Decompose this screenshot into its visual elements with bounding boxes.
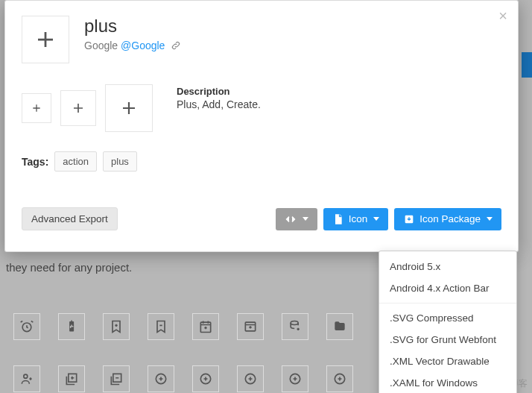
calendar-plus-icon[interactable] [192,313,219,340]
dd-android-4-actionbar[interactable]: Android 4.x Action Bar [379,277,516,299]
download-package-button[interactable]: Icon Package [394,208,501,230]
description-label: Description [177,86,261,97]
description-text: Plus, Add, Create. [177,98,261,110]
close-icon: × [498,7,507,24]
bookmark-minus-icon[interactable] [148,313,174,340]
queue-plus-icon[interactable] [103,365,130,392]
advanced-export-label: Advanced Export [31,213,108,224]
download-icon-label: Icon [349,213,368,224]
library-plus-icon[interactable] [58,365,85,392]
author-name: Google [84,40,118,51]
preview-medium [60,90,96,126]
icon-detail-modal: × plus Google @Google Description Plus, … [4,0,519,252]
icon-title: plus [84,16,181,37]
svg-point-4 [24,374,28,378]
tags-label: Tags: [22,156,48,168]
advanced-export-button[interactable]: Advanced Export [22,207,118,230]
bg-icon-grid-row2 [13,365,353,392]
file-icon [332,213,344,225]
download-icon-button[interactable]: Icon [323,208,389,230]
chevron-down-icon [303,217,308,221]
size-previews [22,84,153,132]
bg-icon-grid-row1 [13,313,353,340]
add-circle-d-icon[interactable] [282,365,308,392]
download-package-label: Icon Package [419,213,481,224]
plus-icon [34,28,57,51]
dd-xaml-windows[interactable]: .XAML for Windows [379,372,516,393]
dd-svg-compressed[interactable]: .SVG Compressed [379,307,516,329]
add-circle-e-icon[interactable] [326,365,353,392]
dd-svg-grunt[interactable]: .SVG for Grunt Webfont [379,329,516,350]
link-icon [171,40,181,53]
preview-small [22,93,51,123]
dd-android-5[interactable]: Android 5.x [379,256,516,277]
tag-action[interactable]: action [54,151,97,172]
add-circle-b-icon[interactable] [192,365,219,392]
user-plus-icon[interactable] [13,365,40,392]
code-icon [285,213,297,225]
svg-point-3 [291,321,298,325]
add-circle-c-icon[interactable] [237,365,264,392]
battery-plus-icon[interactable] [58,313,85,340]
package-icon [403,213,415,225]
chevron-down-icon [373,217,379,221]
preview-large [105,84,153,132]
dropdown-divider [379,303,516,304]
icon-package-dropdown: Android 5.x Android 4.x Action Bar .SVG … [379,251,517,393]
tag-plus[interactable]: plus [103,151,137,172]
dd-xml-vector[interactable]: .XML Vector Drawable [379,350,516,372]
add-circle-a-icon[interactable] [148,365,174,392]
folder-plus-icon[interactable] [326,313,353,340]
alarm-icon[interactable] [13,313,40,340]
hero-icon-preview [22,16,69,63]
window-plus-icon[interactable] [237,313,264,340]
database-plus-icon[interactable] [282,313,308,340]
author-handle-link[interactable]: @Google [121,40,165,51]
close-button[interactable]: × [498,8,507,23]
chevron-down-icon [487,217,493,221]
bookmark-plus-icon[interactable] [103,313,130,340]
code-dropdown-button[interactable] [276,208,317,230]
